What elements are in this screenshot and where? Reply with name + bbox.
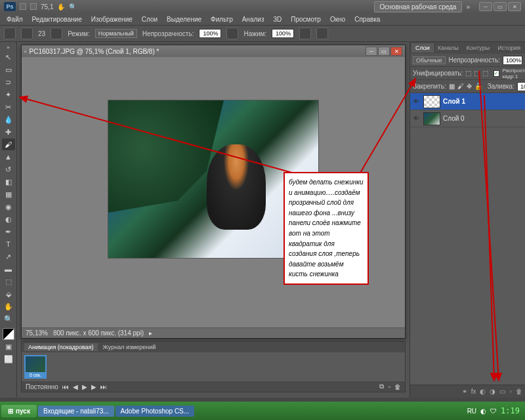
frame-duration[interactable]: 0 сек. (26, 372, 45, 379)
zoom-indicator[interactable]: 75,1 (41, 3, 53, 10)
quickmask-icon[interactable]: ▣ (2, 341, 15, 352)
layer-group-icon[interactable]: ▭ (499, 388, 505, 395)
workspace-more-icon[interactable]: » (466, 3, 470, 10)
pen-tool[interactable]: ✒ (2, 226, 15, 238)
anim-next-icon[interactable]: ▶ (91, 383, 96, 390)
layer-name[interactable]: Слой 1 (443, 98, 465, 105)
lasso-tool[interactable]: ⊃ (2, 76, 15, 88)
lock-trans-icon[interactable]: ▦ (449, 83, 455, 90)
animation-frame-1[interactable]: 0 сек. (24, 355, 47, 379)
gradient-tool[interactable]: ▦ (2, 188, 15, 200)
color-swatches[interactable] (3, 328, 14, 340)
eraser-tool[interactable]: ◧ (2, 176, 15, 188)
3d-tool[interactable]: ⬚ (2, 276, 15, 287)
layer-fx-icon[interactable]: fx (471, 388, 476, 395)
tab-layers[interactable]: Слои (411, 43, 434, 52)
history-brush-tool[interactable]: ↺ (2, 163, 15, 175)
eyedropper-tool[interactable]: 💧 (2, 114, 15, 125)
loop-select[interactable]: Постоянно (26, 383, 58, 390)
tab-measurement-log[interactable]: Журнал измерений (99, 343, 160, 351)
layer-opacity-input[interactable]: 100% (503, 56, 522, 65)
anim-tween-icon[interactable]: ⧉ (379, 383, 384, 390)
anim-new-frame-icon[interactable]: ▫ (388, 383, 390, 390)
brush-tool[interactable]: 🖌 (2, 138, 15, 150)
unify-vis-icon[interactable]: ⬚ (474, 70, 480, 77)
start-button[interactable]: ⊞пуск (1, 405, 37, 417)
brush-preset-icon[interactable] (21, 28, 33, 39)
brush-size[interactable]: 23 (38, 30, 45, 37)
doc-zoom[interactable]: 75,13% (26, 329, 48, 337)
tab-paths[interactable]: Контуры (463, 43, 494, 52)
tab-history[interactable]: История (494, 43, 524, 52)
dodge-tool[interactable]: ◐ (2, 213, 15, 225)
menu-analysis[interactable]: Анализ (238, 14, 268, 24)
layer-mask-icon[interactable]: ◐ (480, 388, 486, 395)
zoom-icon[interactable]: 🔍 (69, 3, 77, 10)
doc-close-button[interactable]: ✕ (390, 47, 402, 56)
lock-pos-icon[interactable]: ✥ (467, 83, 472, 90)
visibility-icon[interactable]: 👁 (411, 97, 421, 106)
tab-animation[interactable]: Анимация (покадровая) (24, 343, 98, 351)
anim-prev-icon[interactable]: ◀ (73, 383, 78, 390)
menu-select[interactable]: Выделение (163, 14, 205, 24)
zoom-tool[interactable]: 🔍 (2, 313, 15, 325)
shape-tool[interactable]: ▬ (2, 263, 15, 275)
marquee-tool[interactable]: ▭ (2, 64, 15, 75)
opacity-pressure-icon[interactable] (226, 28, 238, 39)
menu-view[interactable]: Просмотр (287, 14, 325, 24)
screenmode-icon[interactable]: ⬜ (2, 353, 15, 365)
3d-camera-tool[interactable]: ⬙ (2, 288, 15, 300)
menu-image[interactable]: Изображение (87, 14, 136, 24)
propagate-checkbox[interactable]: ✓ (494, 70, 499, 77)
workspace-button[interactable]: Основная рабочая среда (374, 1, 463, 12)
unify-style-icon[interactable]: ⬚ (482, 70, 488, 77)
lock-all-icon[interactable]: 🔒 (474, 83, 482, 90)
layer-blend-select[interactable]: Обычные (413, 56, 446, 64)
layer-name[interactable]: Слой 0 (443, 115, 465, 122)
bridge-icon[interactable] (20, 3, 26, 10)
visibility-icon[interactable]: 👁 (411, 114, 421, 123)
crop-tool[interactable]: ✂ (2, 101, 15, 113)
brush-panel-icon[interactable] (51, 28, 62, 39)
new-layer-icon[interactable]: ▫ (509, 388, 512, 395)
brush-tool-icon[interactable] (4, 28, 16, 39)
link-layers-icon[interactable]: ⚭ (462, 388, 467, 395)
menu-layer[interactable]: Слои (138, 14, 161, 24)
menu-filter[interactable]: Фильтр (207, 14, 237, 24)
taskbar-item-mail[interactable]: Входящие - natali73... (38, 406, 114, 417)
taskbar-item-photoshop[interactable]: Adobe Photoshop CS... (116, 406, 194, 417)
menu-window[interactable]: Окно (326, 14, 349, 24)
layer-thumbnail[interactable] (423, 95, 440, 108)
menu-file[interactable]: Файл (3, 14, 27, 24)
fill-input[interactable]: 100% (517, 82, 525, 91)
close-button[interactable]: ✕ (508, 2, 521, 11)
anim-last-icon[interactable]: ⏭ (100, 383, 107, 390)
delete-layer-icon[interactable]: 🗑 (516, 388, 522, 395)
menu-3d[interactable]: 3D (269, 14, 285, 24)
anim-play-icon[interactable]: ▶ (82, 383, 87, 390)
blur-tool[interactable]: ◉ (2, 201, 15, 213)
adjustment-layer-icon[interactable]: ◑ (490, 388, 495, 395)
path-tool[interactable]: ↗ (2, 251, 15, 262)
tray-icon[interactable]: 🛡 (490, 408, 497, 415)
layer-row-1[interactable]: 👁 Слой 1 (410, 93, 525, 110)
move-tool[interactable]: ↖ (2, 51, 15, 63)
stamp-tool[interactable]: ▲ (2, 151, 15, 163)
tablet-pressure-icon[interactable] (316, 28, 328, 39)
menu-edit[interactable]: Редактирование (28, 14, 86, 24)
language-indicator[interactable]: RU (467, 408, 476, 415)
layer-row-0[interactable]: 👁 Слой 0 (410, 110, 525, 127)
doc-info-arrow-icon[interactable]: ▸ (149, 329, 152, 337)
flow-input[interactable]: 100% (272, 29, 294, 38)
type-tool[interactable]: T (2, 238, 15, 250)
anim-first-icon[interactable]: ⏮ (62, 383, 69, 390)
unify-pos-icon[interactable]: ⬚ (465, 70, 471, 77)
doc-info[interactable]: 800 пикс. x 600 пикс. (314 ppi) (53, 329, 144, 337)
hand-tool[interactable]: ✋ (2, 301, 15, 312)
layer-thumbnail[interactable] (423, 112, 440, 125)
hand-icon[interactable]: ✋ (57, 3, 65, 10)
mini-bridge-icon[interactable] (30, 3, 37, 10)
minimize-button[interactable]: ─ (479, 2, 492, 11)
system-clock[interactable]: 1:19 (501, 406, 520, 415)
wand-tool[interactable]: ✦ (2, 89, 15, 100)
